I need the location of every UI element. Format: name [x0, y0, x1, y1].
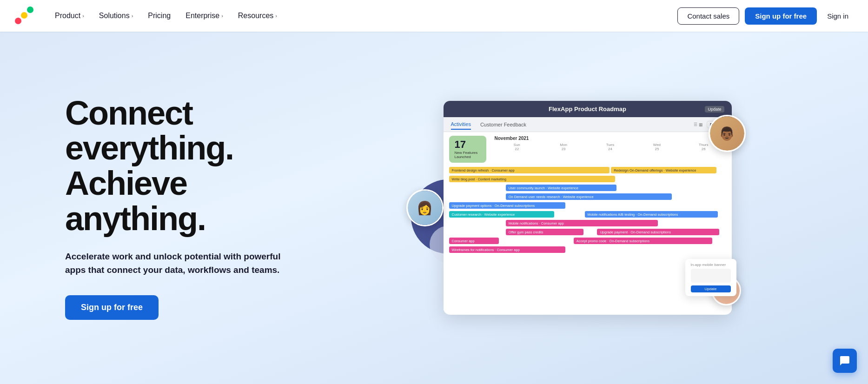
gantt-row: On Demand user needs research · Website … — [449, 193, 726, 200]
signin-button[interactable]: Sign in — [822, 8, 853, 24]
nav-enterprise[interactable]: Enterprise › — [179, 8, 230, 24]
nav-actions: Contact sales Sign up for free Sign in — [677, 7, 853, 25]
gantt-row: Frontend design refresh · Consumer app R… — [449, 166, 726, 174]
hero-subtitle: Accelerate work and unlock potential wit… — [65, 250, 288, 277]
week-days: Sun22 Mon23 Tues24 Wed25 Thurs26 — [495, 143, 726, 151]
svg-rect-0 — [15, 18, 21, 24]
avatar-2: 👨🏾 — [709, 115, 746, 152]
logo[interactable] — [15, 7, 33, 25]
signup-nav-button[interactable]: Sign up for free — [745, 7, 817, 25]
gantt-bar[interactable]: Mobile notifications · Consumer app — [506, 220, 658, 226]
dashboard-mockup: 👩 FlexApp Product Roadmap Update Activit… — [416, 101, 732, 315]
svg-rect-1 — [21, 12, 27, 19]
chat-icon — [839, 355, 850, 366]
gantt-bar[interactable]: Frontend design refresh · Consumer app — [449, 167, 610, 173]
stat-number: 17 — [455, 139, 481, 150]
tab-activities[interactable]: Activities — [451, 119, 471, 130]
calendar-month: November 2021 — [495, 136, 529, 141]
gantt-bar[interactable]: Consumer app — [449, 238, 499, 244]
calendar-controls[interactable]: ☰ ▦ — [694, 122, 703, 127]
gantt-row: Consumer app Accept promo code · On-Dema… — [449, 237, 726, 245]
gantt-bar[interactable]: Write blog post · Content marketing — [449, 176, 616, 182]
tooltip-preview — [691, 269, 731, 283]
nav-menu: Product › Solutions › Pricing Enterprise… — [48, 8, 677, 24]
week-day-tue: Tues24 — [588, 143, 632, 151]
dashboard-tabs: Activities Customer Feedback ☰ ▦ Day ▾ — [444, 117, 732, 132]
hero-title: Connect everything. Achieve anything. — [65, 96, 288, 236]
svg-rect-2 — [27, 7, 33, 13]
gantt-bar[interactable]: Upgrade payment · On-Demand subscription… — [597, 229, 719, 235]
tab-customer-feedback[interactable]: Customer Feedback — [480, 120, 526, 129]
gantt-bar[interactable]: Customer research · Website experience — [449, 211, 554, 218]
week-day-sun: Sun22 — [495, 143, 539, 151]
gantt-row: Upgrade payment options · On-Demand subs… — [449, 202, 726, 209]
chevron-icon: › — [221, 13, 223, 19]
chevron-icon: › — [275, 13, 277, 19]
gantt-row: Offer gym pass credits Upgrade payment ·… — [449, 228, 726, 236]
gantt-bar[interactable]: Offer gym pass credits — [506, 229, 583, 235]
nav-resources[interactable]: Resources › — [232, 8, 284, 24]
gantt-bar[interactable]: User community launch · Website experien… — [506, 185, 616, 191]
gantt-bar[interactable]: On Demand user needs research · Website … — [506, 193, 672, 200]
gantt-bar[interactable]: Redesign On-Demand offerings · Website e… — [611, 167, 716, 173]
stat-card: 17 New FeaturesLaunched — [449, 136, 486, 163]
signup-hero-button[interactable]: Sign up for free — [65, 295, 159, 320]
avatar-1: 👩 — [406, 189, 444, 226]
navbar: Product › Solutions › Pricing Enterprise… — [0, 0, 868, 32]
stats-row: 17 New FeaturesLaunched November 2021 Su… — [449, 136, 726, 163]
hero-section: Connect everything. Achieve anything. Ac… — [0, 32, 868, 384]
gantt-bar[interactable]: Mobile notifications A/B testing · On-De… — [585, 211, 718, 218]
week-day-mon: Mon23 — [541, 143, 586, 151]
chat-bubble-button[interactable] — [833, 349, 857, 373]
nav-product[interactable]: Product › — [48, 8, 91, 24]
gantt-chart: Frontend design refresh · Consumer app R… — [449, 166, 726, 253]
nav-pricing[interactable]: Pricing — [141, 8, 177, 24]
hero-content: Connect everything. Achieve anything. Ac… — [65, 96, 288, 320]
dashboard-header: FlexApp Product Roadmap Update — [444, 101, 732, 117]
gantt-row: Mobile notifications · Consumer app — [449, 219, 726, 227]
gantt-bar[interactable]: Upgrade payment options · On-Demand subs… — [449, 202, 565, 209]
stat-label: New FeaturesLaunched — [455, 151, 481, 159]
gantt-bar[interactable]: Wireframes for notifications · Consumer … — [449, 246, 565, 253]
calendar-header: November 2021 — [495, 136, 726, 141]
tooltip-update-button[interactable]: Update — [691, 285, 731, 292]
gantt-bar[interactable]: Accept promo code · On-Demand subscripti… — [574, 238, 712, 244]
tooltip-label: In-app mobile banner — [691, 263, 731, 267]
contact-sales-button[interactable]: Contact sales — [677, 7, 739, 25]
week-day-wed: Wed25 — [635, 143, 679, 151]
hero-illustration: 👩 FlexApp Product Roadmap Update Activit… — [316, 92, 831, 324]
gantt-row: User community launch · Website experien… — [449, 184, 726, 192]
chevron-icon: › — [132, 13, 133, 19]
dashboard-title: FlexApp Product Roadmap — [470, 106, 706, 113]
logo-icon — [15, 7, 33, 25]
tooltip-card: In-app mobile banner Update — [685, 259, 736, 296]
gantt-row: Write blog post · Content marketing — [449, 175, 726, 183]
nav-solutions[interactable]: Solutions › — [93, 8, 140, 24]
gantt-row: Wireframes for notifications · Consumer … — [449, 246, 726, 253]
chevron-icon: › — [82, 13, 84, 19]
gantt-row: Customer research · Website experience M… — [449, 211, 726, 218]
